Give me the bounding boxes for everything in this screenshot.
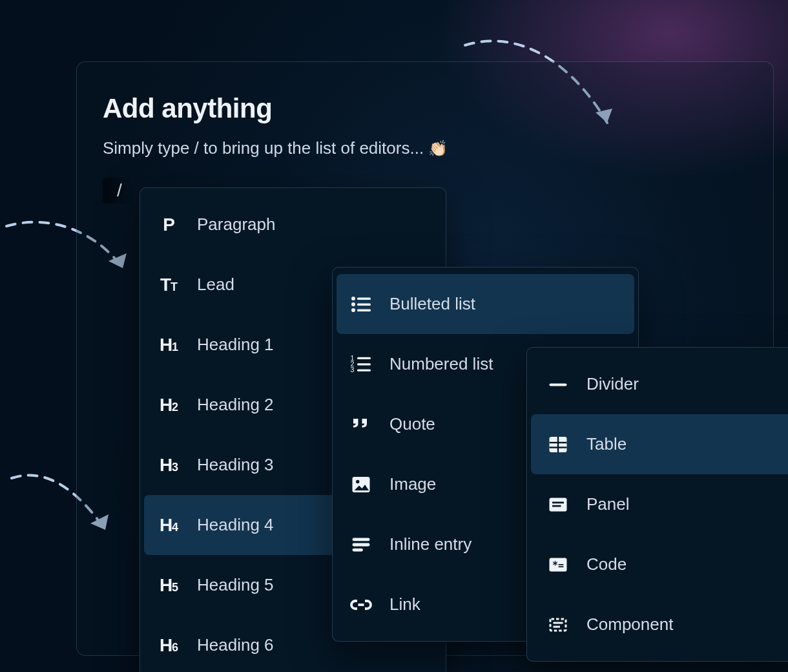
svg-point-7 — [351, 308, 355, 312]
svg-text:3: 3 — [351, 366, 355, 373]
h4-icon: H4 — [156, 512, 181, 538]
h3-icon: H3 — [156, 452, 181, 478]
h1-icon: H1 — [156, 332, 181, 358]
h5-icon: H5 — [156, 572, 181, 598]
svg-rect-4 — [357, 297, 371, 300]
svg-rect-17 — [353, 538, 370, 541]
menu-item-label: Code — [586, 554, 627, 574]
link-icon — [348, 592, 374, 618]
clap-emoji: 👏🏻 — [428, 140, 448, 157]
svg-rect-27 — [552, 505, 561, 507]
code-icon: *= — [545, 552, 571, 578]
component-icon — [545, 612, 571, 638]
numbered-list-icon: 123 — [348, 352, 374, 377]
subtitle-text: Simply type / to bring up the list of ed… — [103, 138, 428, 158]
svg-rect-14 — [357, 369, 371, 371]
svg-rect-18 — [353, 543, 370, 546]
svg-point-16 — [356, 479, 359, 483]
menu-item-label: Paragraph — [197, 215, 275, 235]
h6-icon: H6 — [156, 633, 181, 658]
image-icon — [348, 472, 374, 498]
svg-rect-10 — [357, 357, 371, 359]
menu-item-label: Image — [389, 474, 436, 494]
menu-item-label: Table — [586, 434, 627, 454]
svg-point-5 — [351, 302, 355, 306]
svg-rect-19 — [353, 548, 364, 551]
menu-item-label: Heading 3 — [197, 455, 274, 475]
svg-point-3 — [351, 297, 355, 300]
menu-item-component[interactable]: Component — [527, 594, 788, 655]
h2-icon: H2 — [156, 392, 181, 418]
svg-rect-30 — [550, 619, 566, 631]
svg-rect-26 — [552, 501, 564, 503]
menu-item-label: Component — [586, 614, 673, 635]
menu-item-divider[interactable]: Divider — [527, 354, 788, 414]
bulleted-list-icon — [348, 291, 374, 317]
menu-item-table[interactable]: Table — [531, 414, 788, 474]
menu-item-label: Panel — [586, 494, 630, 514]
panel-subtitle: Simply type / to bring up the list of ed… — [103, 138, 747, 158]
menu-item-label: Bulleted list — [389, 294, 475, 314]
menu-item-label: Heading 2 — [197, 395, 274, 415]
svg-rect-25 — [550, 498, 567, 511]
quote-icon — [348, 412, 374, 437]
menu-item-label: Divider — [586, 374, 639, 394]
menu-item-label: Heading 4 — [197, 515, 274, 535]
menu-item-label: Heading 1 — [197, 335, 274, 355]
paragraph-icon: P — [156, 212, 181, 238]
menu-item-bulleted-list[interactable]: Bulleted list — [337, 274, 634, 334]
divider-icon — [545, 372, 571, 397]
menu-item-panel[interactable]: Panel — [527, 474, 788, 534]
svg-rect-12 — [357, 363, 371, 365]
svg-text:*=: *= — [552, 560, 564, 571]
slash-trigger[interactable]: / — [103, 178, 134, 204]
editor-menu-tertiary[interactable]: Divider Table Panel *= Code Component — [526, 347, 788, 662]
panel-title: Add anything — [103, 93, 747, 124]
menu-item-label: Heading 5 — [197, 575, 274, 595]
svg-rect-6 — [357, 303, 371, 306]
lead-icon: TT — [156, 272, 181, 298]
menu-item-label: Lead — [197, 275, 234, 295]
menu-item-label: Quote — [389, 414, 435, 434]
table-icon — [545, 432, 571, 457]
menu-item-code[interactable]: *= Code — [527, 534, 788, 594]
svg-rect-20 — [550, 383, 567, 386]
panel-icon — [545, 492, 571, 518]
menu-item-paragraph[interactable]: P Paragraph — [140, 194, 446, 255]
inline-entry-icon — [348, 532, 374, 558]
menu-item-label: Inline entry — [389, 534, 472, 554]
svg-rect-8 — [357, 309, 371, 311]
menu-item-label: Heading 6 — [197, 635, 274, 655]
menu-item-label: Numbered list — [389, 354, 493, 374]
menu-item-label: Link — [389, 594, 420, 614]
